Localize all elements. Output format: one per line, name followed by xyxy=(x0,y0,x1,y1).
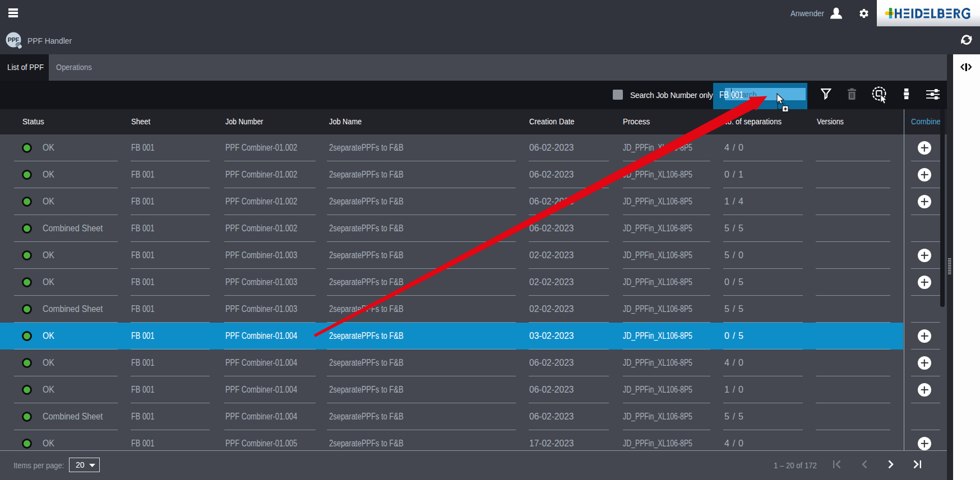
svg-text:PPF: PPF xyxy=(8,36,20,43)
